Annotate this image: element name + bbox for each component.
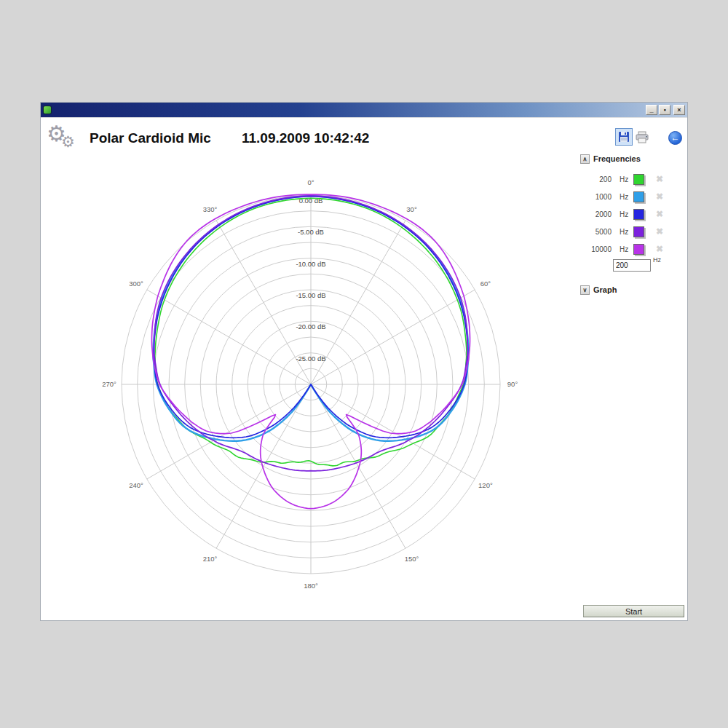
delete-frequency-icon[interactable]: ✖: [656, 210, 663, 219]
svg-text:300°: 300°: [129, 280, 143, 288]
frequencies-collapse-button[interactable]: ∧: [580, 154, 590, 164]
svg-text:-25.00 dB: -25.00 dB: [296, 355, 325, 363]
titlebar[interactable]: _ ▪ ×: [41, 103, 687, 118]
frequency-value: 1000: [582, 193, 612, 201]
close-button[interactable]: ×: [673, 105, 685, 115]
graph-section-label: Graph: [593, 285, 617, 294]
graph-expand-button[interactable]: ∨: [580, 285, 590, 295]
color-swatch[interactable]: [633, 226, 644, 237]
svg-text:30°: 30°: [406, 205, 417, 213]
svg-text:90°: 90°: [507, 380, 518, 388]
svg-text:210°: 210°: [203, 555, 218, 563]
delete-frequency-icon[interactable]: ✖: [656, 227, 663, 237]
svg-text:150°: 150°: [405, 555, 419, 563]
svg-text:180°: 180°: [304, 582, 318, 590]
frequency-unit: Hz: [620, 175, 628, 183]
svg-text:-5.00 dB: -5.00 dB: [298, 228, 324, 236]
frequency-value: 2000: [582, 210, 612, 218]
svg-text:0°: 0°: [307, 178, 314, 186]
new-frequency-input[interactable]: [613, 259, 651, 272]
svg-text:240°: 240°: [129, 481, 143, 489]
frequency-value: 200: [582, 175, 612, 183]
restore-button[interactable]: ▪: [659, 105, 670, 115]
frequency-unit: Hz: [620, 228, 628, 236]
frequency-unit: Hz: [620, 245, 628, 253]
frequency-value: 5000: [582, 228, 612, 236]
svg-text:60°: 60°: [480, 280, 491, 288]
color-swatch[interactable]: [633, 174, 644, 185]
color-swatch[interactable]: [633, 209, 644, 220]
frequencies-section-label: Frequencies: [593, 154, 641, 163]
svg-text:270°: 270°: [102, 380, 116, 388]
svg-text:120°: 120°: [478, 481, 493, 489]
minimize-button[interactable]: _: [646, 105, 657, 115]
svg-text:-15.00 dB: -15.00 dB: [296, 291, 325, 299]
color-swatch[interactable]: [633, 244, 644, 255]
svg-text:-10.00 dB: -10.00 dB: [296, 260, 325, 268]
svg-text:330°: 330°: [203, 205, 218, 213]
frequency-value: 10000: [582, 245, 612, 253]
frequency-unit: Hz: [620, 193, 628, 201]
start-button[interactable]: Start: [583, 605, 684, 617]
frequency-unit: Hz: [620, 210, 628, 218]
app-icon: [44, 106, 51, 114]
svg-text:-20.00 dB: -20.00 dB: [296, 323, 325, 331]
delete-frequency-icon[interactable]: ✖: [656, 192, 663, 202]
delete-frequency-icon[interactable]: ✖: [656, 175, 663, 184]
color-swatch[interactable]: [633, 191, 644, 202]
app-window: _ ▪ × ⚙ ⚙ Polar Cardioid Mic 11.09.2009 …: [40, 102, 688, 621]
delete-frequency-icon[interactable]: ✖: [656, 245, 663, 254]
input-unit-label: Hz: [653, 256, 661, 264]
